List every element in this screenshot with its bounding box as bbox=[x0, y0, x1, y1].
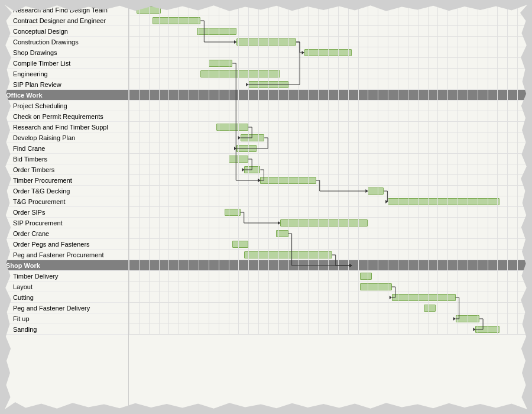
bar-22 bbox=[232, 241, 248, 248]
task-label-1: Contract Designer and Engineer bbox=[5, 15, 128, 26]
task-label-24: Shop Work bbox=[5, 260, 128, 271]
grid-row-15 bbox=[129, 164, 527, 175]
bar-25 bbox=[360, 273, 372, 280]
gantt-container: Research and Find Design TeamContract De… bbox=[5, 5, 527, 409]
task-label-2: Conceptual Design bbox=[5, 26, 128, 37]
grid-row-8 bbox=[129, 90, 527, 101]
task-label-26: Layout bbox=[5, 282, 128, 292]
grid-row-30 bbox=[129, 324, 527, 335]
bar-1 bbox=[153, 17, 200, 24]
task-label-25: Timber Delivery bbox=[5, 271, 128, 282]
grid-row-9 bbox=[129, 101, 527, 111]
bar-27 bbox=[392, 294, 456, 301]
bar-18 bbox=[388, 198, 499, 205]
grid-row-5 bbox=[129, 58, 527, 69]
grid-row-13 bbox=[129, 143, 527, 154]
task-label-23: Peg and Fastener Procurement bbox=[5, 250, 128, 260]
grid-row-3 bbox=[129, 37, 527, 47]
task-label-19: Order SIPs bbox=[5, 207, 128, 218]
bar-5 bbox=[209, 60, 232, 67]
bar-20 bbox=[280, 219, 368, 227]
grid-row-17 bbox=[129, 186, 527, 196]
bar-6 bbox=[200, 70, 280, 77]
grid-row-18 bbox=[129, 196, 527, 207]
task-label-11: Research and Find Timber Suppl bbox=[5, 122, 128, 132]
bar-16 bbox=[260, 177, 316, 184]
bar-14 bbox=[229, 156, 249, 163]
bar-28 bbox=[424, 305, 436, 312]
grid-row-20 bbox=[129, 218, 527, 228]
task-label-3: Construction Drawings bbox=[5, 37, 128, 47]
bar-11 bbox=[216, 124, 248, 131]
task-label-30: Sanding bbox=[5, 324, 128, 335]
task-label-21: Order Crane bbox=[5, 228, 128, 239]
bar-29 bbox=[456, 315, 479, 322]
task-label-8: Office Work bbox=[5, 90, 128, 101]
grid-row-24 bbox=[129, 260, 527, 271]
task-label-15: Order Timbers bbox=[5, 164, 128, 175]
bar-15 bbox=[244, 166, 260, 173]
bar-26 bbox=[360, 283, 392, 290]
grid-row-6 bbox=[129, 69, 527, 79]
task-label-20: SIP Procurement bbox=[5, 218, 128, 228]
task-label-17: Order T&G Decking bbox=[5, 186, 128, 196]
bar-13 bbox=[236, 145, 257, 152]
task-label-28: Peg and Fastener Delivery bbox=[5, 303, 128, 313]
grid-row-27 bbox=[129, 292, 527, 303]
grid-row-28 bbox=[129, 303, 527, 313]
task-label-6: Engineering bbox=[5, 69, 128, 79]
task-label-13: Find Crane bbox=[5, 143, 128, 154]
grid-row-23 bbox=[129, 250, 527, 260]
bar-23 bbox=[244, 251, 332, 258]
grid-row-25 bbox=[129, 271, 527, 282]
grid-row-12 bbox=[129, 132, 527, 143]
grid-row-4 bbox=[129, 47, 527, 58]
task-label-18: T&G Procurement bbox=[5, 196, 128, 207]
task-label-22: Order Pegs and Fasteners bbox=[5, 239, 128, 250]
bar-17 bbox=[368, 187, 384, 195]
task-label-16: Timber Procurement bbox=[5, 175, 128, 186]
grid-row-1 bbox=[129, 15, 527, 26]
task-label-14: Bid Timbers bbox=[5, 154, 128, 164]
task-label-5: Compile Timber List bbox=[5, 58, 128, 69]
grid-row-16 bbox=[129, 175, 527, 186]
bar-7 bbox=[248, 81, 288, 88]
bar-30 bbox=[475, 326, 499, 333]
task-label-7: SIP Plan Review bbox=[5, 79, 128, 90]
bar-4 bbox=[304, 49, 352, 56]
bar-21 bbox=[276, 230, 288, 237]
task-label-12: Develop Raising Plan bbox=[5, 132, 128, 143]
grid-row-7 bbox=[129, 79, 527, 90]
task-label-29: Fit up bbox=[5, 313, 128, 324]
bar-3 bbox=[236, 38, 296, 46]
grid-row-21 bbox=[129, 228, 527, 239]
grid-row-26 bbox=[129, 282, 527, 292]
task-label-27: Cutting bbox=[5, 292, 128, 303]
bar-19 bbox=[225, 209, 241, 216]
chart-area bbox=[129, 5, 527, 409]
main-container: Research and Find Design TeamContract De… bbox=[5, 5, 527, 409]
grid-row-29 bbox=[129, 313, 527, 324]
task-label-9: Project Scheduling bbox=[5, 101, 128, 111]
bar-2 bbox=[197, 28, 236, 35]
grid-row-19 bbox=[129, 207, 527, 218]
task-list: Research and Find Design TeamContract De… bbox=[5, 5, 129, 409]
grid-row-14 bbox=[129, 154, 527, 164]
task-label-4: Shop Drawings bbox=[5, 47, 128, 58]
bar-12 bbox=[241, 134, 264, 141]
grid-row-2 bbox=[129, 26, 527, 37]
grid-row-22 bbox=[129, 239, 527, 250]
grid-row-10 bbox=[129, 111, 527, 122]
grid-row-11 bbox=[129, 122, 527, 132]
task-label-10: Check on Permit Requirements bbox=[5, 111, 128, 122]
